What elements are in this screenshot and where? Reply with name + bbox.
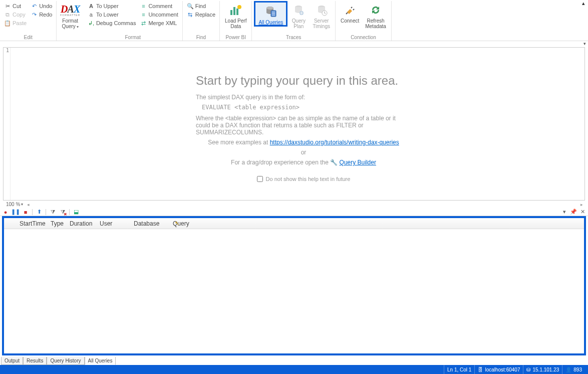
connect-button[interactable]: Connect	[338, 1, 362, 24]
placeholder-where: Where the <table expression> can be as s…	[196, 115, 411, 136]
tab-all-queries[interactable]: All Queries	[85, 357, 116, 365]
query-editor: 1 Start by typing your query in this are…	[3, 47, 585, 201]
hide-help-label: Do not show this help text in future	[266, 176, 351, 182]
clock-icon	[314, 3, 330, 17]
user-icon: 👤	[565, 367, 571, 372]
line-number: 1	[5, 48, 9, 53]
tutorials-link[interactable]: https://daxstudio.org/tutorials/writing-…	[270, 139, 399, 146]
plug-icon	[342, 3, 358, 17]
status-bar: Ln 1, Col 1 🗄localhost:60407 ⛁15.1.101.2…	[0, 365, 588, 374]
cut-label: Cut	[13, 3, 21, 9]
uncomment-icon: ≡	[140, 11, 147, 18]
svg-point-5	[266, 7, 273, 10]
close-panel-icon[interactable]: ✕	[579, 209, 586, 216]
status-server-text: localhost:60407	[485, 367, 520, 372]
hscroll-right[interactable]: ▸	[580, 202, 583, 207]
to-lower-label: To Lower	[96, 12, 119, 18]
ribbon-group-format: ATo Upper aTo Lower ↲,Debug Commas ≡Comm…	[84, 1, 183, 41]
cut-button[interactable]: ✂Cut	[3, 2, 28, 10]
column-user[interactable]: User	[95, 218, 129, 229]
ribbon-group-find: 🔍Find ⇆Replace Find	[183, 1, 220, 41]
hscroll-left[interactable]: ◂	[27, 202, 30, 207]
refresh-label: Refresh Metadata	[365, 18, 386, 29]
column-duration[interactable]: Duration	[65, 218, 95, 229]
group-label-edit: Edit	[2, 34, 54, 41]
column-database[interactable]: Database	[129, 218, 168, 229]
tab-query-history[interactable]: Query History	[47, 357, 84, 365]
clipboard-icon: 📋	[4, 20, 11, 27]
column-type[interactable]: Type	[46, 218, 65, 229]
paste-button[interactable]: 📋Paste	[3, 19, 28, 27]
line-gutter: 1	[4, 48, 11, 200]
database-query-icon	[263, 5, 279, 19]
export-icon[interactable]: ⬓	[73, 209, 80, 216]
hide-help-checkbox[interactable]: Do not show this help text in future	[257, 176, 351, 182]
ribbon-collapse-chevron[interactable]: ▴	[582, 0, 585, 7]
record-icon[interactable]: ●	[2, 209, 9, 216]
svg-point-3	[237, 5, 241, 9]
comment-label: Comment	[148, 3, 172, 9]
merge-xml-button[interactable]: ⇄Merge XML	[139, 19, 179, 27]
zoom-level[interactable]: 100 %	[6, 202, 20, 207]
redo-button[interactable]: ↷Redo	[30, 11, 53, 19]
replace-button[interactable]: ⇆Replace	[186, 11, 216, 19]
results-toolbar: ● ❚❚ ■ ⬆ ⧩ ⧩✖ ⬓ ▾ 📌 ✕	[0, 207, 588, 216]
server-timings-label: Server Timings	[313, 18, 330, 29]
ribbon-group-traces: All Queries Query Plan Server Timings Tr…	[252, 1, 336, 41]
find-button[interactable]: 🔍Find	[186, 2, 216, 10]
panel-menu-icon[interactable]: ▾	[561, 209, 568, 216]
to-lower-button[interactable]: aTo Lower	[87, 11, 137, 19]
query-plan-button[interactable]: Query Plan	[287, 1, 310, 29]
copy-button[interactable]: ⧉Copy	[3, 11, 28, 19]
pause-icon[interactable]: ❚❚	[12, 209, 19, 216]
refresh-metadata-button[interactable]: Refresh Metadata	[362, 1, 389, 29]
all-queries-button[interactable]: All Queries	[254, 1, 287, 27]
comment-icon: ≡	[140, 3, 147, 10]
server-timings-button[interactable]: Server Timings	[310, 1, 333, 29]
to-upper-button[interactable]: ATo Upper	[87, 2, 137, 10]
placeholder-intro: The simplest DAX query is in the form of…	[196, 94, 411, 101]
filter-icon[interactable]: ⧩	[49, 209, 56, 216]
copy-icon: ⧉	[4, 11, 11, 18]
editor-body[interactable]: Start by typing your query in this area.…	[11, 48, 584, 200]
results-body[interactable]	[4, 229, 584, 353]
ribbon-overflow-button[interactable]: ▾	[583, 41, 586, 46]
stop-icon[interactable]: ■	[22, 209, 29, 216]
tab-output[interactable]: Output	[1, 357, 23, 365]
status-spid-text: 893	[573, 367, 582, 372]
toolbar-sep-2	[46, 209, 46, 215]
clear-up-icon[interactable]: ⬆	[36, 209, 43, 216]
undo-label: Undo	[39, 3, 52, 9]
debug-commas-button[interactable]: ↲,Debug Commas	[87, 19, 137, 27]
column-query-label: Query	[173, 220, 189, 227]
placeholder-title: Start by typing your query in this area.	[196, 74, 411, 88]
format-query-label-2: Query	[62, 24, 78, 29]
uppercase-icon: A	[88, 3, 95, 10]
ribbon-group-powerbi: Load Perf Data Power BI	[220, 1, 252, 41]
commas-icon: ↲,	[88, 20, 95, 27]
dax-sub-label: FORMATTER	[60, 14, 80, 17]
or-text: or	[196, 149, 411, 156]
column-query[interactable]: Query ↖	[168, 218, 584, 229]
merge-icon: ⇄	[140, 20, 147, 27]
undo-button[interactable]: ↶Undo	[30, 2, 53, 10]
ribbon-group-dax: DAX FORMATTER FormatQuery	[57, 1, 83, 41]
format-query-button[interactable]: DAX FORMATTER FormatQuery	[59, 1, 81, 30]
drag-pre: For a drag/drop experience open the	[231, 159, 330, 166]
find-label: Find	[195, 3, 206, 9]
tab-results[interactable]: Results	[23, 357, 47, 365]
format-query-label-1: Format	[62, 18, 78, 24]
hide-help-input[interactable]	[257, 176, 263, 182]
load-perf-data-button[interactable]: Load Perf Data	[222, 1, 249, 29]
comment-button[interactable]: ≡Comment	[139, 2, 179, 10]
pin-icon[interactable]: 📌	[570, 209, 577, 216]
query-plan-label: Query Plan	[292, 18, 306, 29]
group-label-traces: Traces	[254, 34, 333, 41]
uncomment-button[interactable]: ≡Uncomment	[139, 11, 179, 19]
column-drag-handle[interactable]	[4, 218, 15, 229]
column-starttime[interactable]: StartTime	[15, 218, 46, 229]
undo-icon: ↶	[31, 3, 38, 10]
query-builder-link[interactable]: Query Builder	[340, 159, 376, 166]
bottom-tabs: Output Results Query History All Queries	[1, 357, 116, 365]
clear-filter-icon[interactable]: ⧩✖	[59, 209, 66, 216]
